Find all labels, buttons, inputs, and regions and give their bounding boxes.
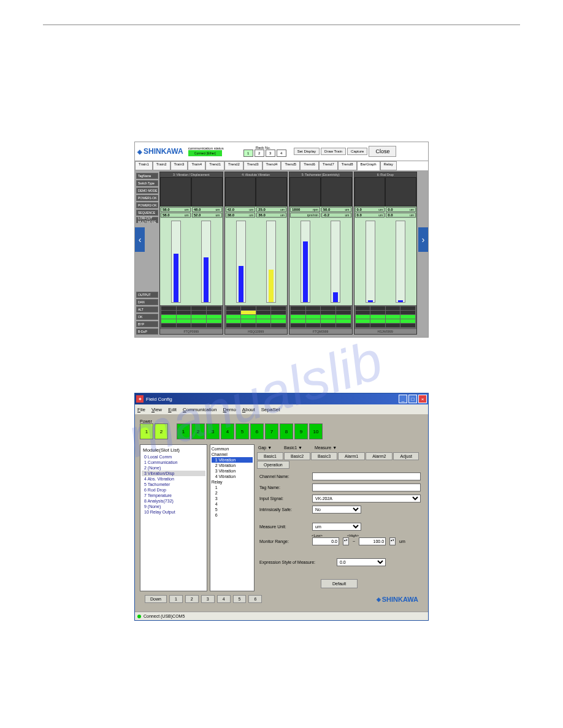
module-foot: FTQP0999 <box>160 329 223 334</box>
page-button-3[interactable]: 3 <box>201 595 215 603</box>
menu-edit[interactable]: Edit <box>168 407 177 412</box>
nav-right-button[interactable]: › <box>418 227 428 252</box>
range-high-input[interactable] <box>359 537 386 545</box>
subtab-basic1[interactable]: Basic1 <box>257 452 283 460</box>
channel-item-1[interactable]: 1 Vibration <box>212 457 253 463</box>
draw-train-button[interactable]: Draw Train <box>321 148 346 155</box>
menu-about[interactable]: About <box>242 407 255 412</box>
menu-demo[interactable]: Demo <box>223 407 236 412</box>
slot-item-5[interactable]: 5 Tachometer <box>142 482 205 487</box>
tab-trend3[interactable]: Trend3 <box>243 161 262 170</box>
tab-trend8[interactable]: Trend8 <box>338 161 357 170</box>
tab-train1[interactable]: Train1 <box>135 161 153 170</box>
config-panel: Gap ▼ Basic1 ▼ Measure ▼ Basic1 Basic2 B… <box>257 444 423 591</box>
slot-item-3[interactable]: 3 Vibration/Disp <box>142 471 205 476</box>
subtab-alarm2[interactable]: Alarm2 <box>366 452 393 460</box>
capture-button[interactable]: Capture <box>347 148 367 155</box>
slot-button-10[interactable]: 10 <box>309 423 323 439</box>
slot-item-4[interactable]: 4 Abs. Vibration <box>142 476 205 482</box>
module-foot: HSJW0999 <box>354 329 417 334</box>
slot-item-6[interactable]: 6 Rod Drop <box>142 487 205 493</box>
slot-button-7[interactable]: 7 <box>265 423 278 439</box>
relay-item-6[interactable]: 6 <box>212 512 253 518</box>
spinner-icon[interactable]: ▴▾ <box>343 537 349 545</box>
maximize-button[interactable]: □ <box>408 395 417 403</box>
page-button-6[interactable]: 6 <box>248 595 262 603</box>
subtab-adjust[interactable]: Adjust <box>393 452 418 460</box>
default-button[interactable]: Default <box>321 579 358 588</box>
slot-item-9[interactable]: 9 (None) <box>142 504 205 509</box>
channel-header: Channel <box>212 452 253 457</box>
channel-item-4[interactable]: 4 Vibration <box>212 474 253 479</box>
window-close-button[interactable]: × <box>418 395 427 403</box>
slot-button-5[interactable]: 5 <box>236 423 249 439</box>
slot-button-6[interactable]: 6 <box>250 423 264 439</box>
tab-train4[interactable]: Train4 <box>188 161 205 170</box>
slot-item-2[interactable]: 2 (None) <box>142 465 205 471</box>
input-signal-select[interactable]: VK-202A <box>312 495 421 502</box>
tab-trend4[interactable]: Trend4 <box>262 161 282 170</box>
subtab-basic3[interactable]: Basic3 <box>311 452 337 460</box>
intrinsic-select[interactable]: No <box>312 506 361 514</box>
minimize-button[interactable]: _ <box>399 395 407 403</box>
tab-trend2[interactable]: Trend2 <box>224 161 243 170</box>
slot-item-1[interactable]: 1 Communication <box>142 460 205 465</box>
channel-item-3[interactable]: 3 Vibration <box>212 468 253 474</box>
rack-button-2[interactable]: 2 <box>255 150 264 157</box>
nav-left-button[interactable]: ‹ <box>135 227 145 252</box>
slot-item-8[interactable]: 8 Analysis(732) <box>142 498 205 504</box>
subtab-alarm1[interactable]: Alarm1 <box>338 452 365 460</box>
rack-button-3[interactable]: 3 <box>266 150 275 157</box>
slot-button-8[interactable]: 8 <box>280 423 293 439</box>
slot-button-3[interactable]: 3 <box>206 423 220 439</box>
page-button-2[interactable]: 2 <box>185 595 199 603</box>
relay-item-4[interactable]: 4 <box>212 501 253 507</box>
module-5-tachometer: 5: Tachometer (Eccentricity) 1800rpm rpm… <box>289 172 353 335</box>
slot-button-4[interactable]: 4 <box>221 423 234 439</box>
slot-button-2[interactable]: 2 <box>191 423 205 439</box>
set-display-button[interactable]: Set Display <box>294 148 320 155</box>
slot-item-0[interactable]: 0 Local Comm <box>142 454 205 460</box>
rack-button-4[interactable]: 4 <box>277 150 286 157</box>
slot-button-9[interactable]: 9 <box>294 423 308 439</box>
channel-item-2[interactable]: 2 Vibration <box>212 463 253 468</box>
lbl-power2: POWER2-OK <box>136 202 158 208</box>
menu-sepaset[interactable]: SepaSet <box>261 407 280 412</box>
tab-trend5[interactable]: Trend5 <box>281 161 300 170</box>
tab-trend1[interactable]: Trend1 <box>205 161 224 170</box>
slot-button-1[interactable]: 1 <box>177 423 190 439</box>
expression-select[interactable]: 0.0 <box>337 558 386 566</box>
page-button-4[interactable]: 4 <box>217 595 231 603</box>
subtab-basic2[interactable]: Basic2 <box>284 452 310 460</box>
relay-item-1[interactable]: 1 <box>212 485 253 490</box>
channel-name-input[interactable] <box>312 472 421 480</box>
spinner-icon[interactable]: ▴▾ <box>389 537 396 545</box>
power-slot-1[interactable]: 1 <box>140 423 153 439</box>
tab-trend7[interactable]: Trend7 <box>319 161 338 170</box>
close-button[interactable]: Close <box>369 146 396 157</box>
menu-file[interactable]: File <box>137 407 145 412</box>
tab-train2[interactable]: Train2 <box>153 161 170 170</box>
tab-train3[interactable]: Train3 <box>170 161 188 170</box>
module-foot: FTQM0999 <box>289 329 352 334</box>
relay-item-5[interactable]: 5 <box>212 507 253 512</box>
slot-item-10[interactable]: 10 Relay Output <box>142 509 205 515</box>
slot-item-7[interactable]: 7 Temperature <box>142 493 205 498</box>
page-button-5[interactable]: 5 <box>233 595 247 603</box>
tab-relay[interactable]: Relay <box>380 161 397 170</box>
tag-name-input[interactable] <box>312 483 421 491</box>
power-slot-2[interactable]: 2 <box>155 423 168 439</box>
rack-button-1[interactable]: 1 <box>243 150 253 157</box>
relay-item-3[interactable]: 3 <box>212 496 253 501</box>
tab-trend6[interactable]: Trend6 <box>300 161 319 170</box>
measure-unit-select[interactable]: um <box>312 523 361 531</box>
down-button[interactable]: Down <box>145 595 167 603</box>
subtab-operation[interactable]: Operation <box>257 461 289 469</box>
page-button-1[interactable]: 1 <box>169 595 183 603</box>
range-low-input[interactable] <box>312 537 339 545</box>
menu-view[interactable]: View <box>151 407 162 412</box>
lbl-lowcut: LOW-CUT MULTIMODE <box>136 217 158 223</box>
menu-communication[interactable]: Communication <box>183 407 217 412</box>
tab-bargraph[interactable]: BarGraph <box>357 161 380 170</box>
relay-item-2[interactable]: 2 <box>212 490 253 496</box>
